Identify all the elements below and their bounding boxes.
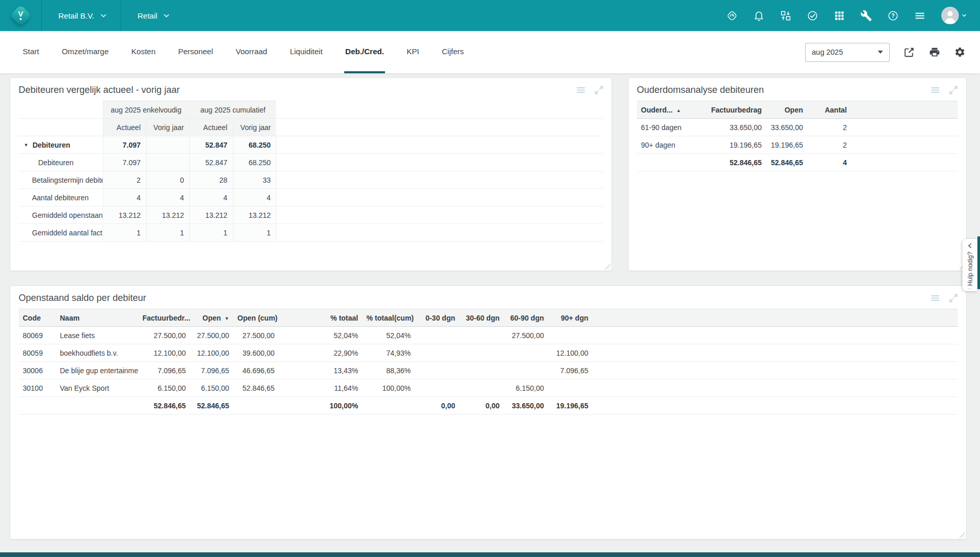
table-row[interactable]: 30006De blije gup entertainment7.096,657… [19, 362, 958, 379]
cell: 33.650,00 [766, 119, 807, 136]
tab-kpi[interactable]: KPI [406, 31, 420, 73]
table-row[interactable]: Betalingstermijn debiteure...202833 [19, 171, 603, 189]
column-header-aantal[interactable]: Aantal [807, 101, 851, 119]
panel-title: Debiteuren vergelijk actueel - vorig jaa… [19, 85, 180, 96]
column-header[interactable]: Actueel [103, 119, 146, 136]
cell: 4 [189, 189, 233, 206]
dropdown-arrow-icon [878, 51, 883, 54]
cell: boekhoudfiets b.v. [56, 344, 138, 362]
panel-expand-icon[interactable] [948, 85, 959, 96]
cell: 30100 [19, 379, 56, 397]
tools-wrench-icon[interactable] [860, 10, 872, 22]
notifications-bell-icon[interactable] [753, 10, 765, 22]
column-header-60-90[interactable]: 60-90 dgn [504, 309, 548, 327]
sort-asc-icon: ▲ [676, 108, 681, 113]
help-tab[interactable]: Hulp nodig? ... [962, 239, 977, 291]
tab-liquiditeit[interactable]: Liquiditeit [289, 31, 324, 73]
cell [459, 344, 504, 362]
tab-cijfers[interactable]: Cijfers [441, 31, 465, 73]
panel-menu-icon[interactable] [575, 85, 586, 96]
chevron-down-icon [164, 14, 169, 18]
cell: 27.500,00 [233, 327, 279, 344]
tab-deb-cred[interactable]: Deb./Cred. [344, 31, 385, 73]
column-header-code[interactable]: Code [19, 309, 56, 327]
table-row[interactable]: 80069Lease fiets27.500,0027.500,0027.500… [19, 327, 958, 344]
cell: 33.650,00 [504, 397, 548, 415]
column-header-90plus[interactable]: 90+ dgn [548, 309, 592, 327]
insights-gauge-icon[interactable] [726, 10, 738, 22]
table-row[interactable]: 30100Van Eyck Sport6.150,006.150,0052.84… [19, 379, 958, 397]
table-row[interactable]: 80059boekhoudfiets b.v.12.100,0012.100,0… [19, 344, 958, 362]
cell: ▼Debiteuren [19, 136, 103, 154]
topbar-actions: ? [726, 6, 980, 25]
table-row[interactable]: ▼Debiteuren7.09752.84768.250 [19, 136, 603, 154]
tab-personeel[interactable]: Personeel [177, 31, 214, 73]
app-logo[interactable]: V [0, 4, 41, 27]
column-header-open[interactable]: Open▼ [190, 309, 233, 327]
cell: 19.196,65 [699, 136, 766, 154]
column-header-open-cum[interactable]: Open (cum) [233, 309, 279, 327]
column-header[interactable]: Actueel [189, 119, 233, 136]
cell: 13.212 [189, 206, 233, 224]
cell: 19.196,65 [548, 397, 592, 415]
tab-omzet-marge[interactable]: Omzet/marge [61, 31, 110, 73]
resize-grip[interactable] [604, 263, 611, 269]
cell: 19.196,65 [766, 136, 807, 154]
apps-grid-icon[interactable] [833, 10, 845, 22]
column-header[interactable]: Vorig jaar [146, 119, 189, 136]
cell: Van Eyck Sport [56, 379, 138, 397]
cell: 27.500,00 [138, 327, 190, 344]
share-export-icon[interactable] [904, 46, 915, 58]
cell: 52.846,65 [699, 154, 766, 171]
panel-expand-icon[interactable] [948, 293, 959, 304]
nav-actions: aug 2025 [805, 31, 966, 73]
column-header-open[interactable]: Open [766, 101, 807, 119]
column-header-30-60[interactable]: 30-60 dgn [459, 309, 504, 327]
tab-kosten[interactable]: Kosten [131, 31, 157, 73]
cell: 68.250 [233, 154, 276, 171]
panel-expand-icon[interactable] [593, 85, 604, 96]
bottom-bar [0, 552, 980, 557]
column-header-pct-totaal[interactable]: % totaal [279, 309, 362, 327]
column-header-pct-totaal-cum[interactable]: % totaal(cum) [362, 309, 415, 327]
cell: 13,43% [279, 362, 362, 379]
table-row[interactable]: Debiteuren7.09752.84768.250 [19, 154, 603, 171]
cell [233, 397, 279, 415]
column-header-factuurbedrag[interactable]: Factuurbedrag [699, 101, 766, 119]
column-header-0-30[interactable]: 0-30 dgn [415, 309, 459, 327]
cell: 2 [807, 119, 851, 136]
dashboard-selector[interactable]: Retail [121, 0, 184, 31]
table-row[interactable]: 61-90 dagen33.650,0033.650,002 [637, 119, 958, 136]
settings-gear-icon[interactable] [954, 46, 966, 58]
panel-menu-icon[interactable] [930, 293, 941, 304]
account-menu[interactable] [941, 6, 967, 25]
company-selector[interactable]: Retail B.V. [42, 0, 121, 31]
cell: 1 [103, 224, 146, 242]
panel-ouderdomsanalyse: Ouderdomsanalyse debiteuren Ouderd...▲ F… [628, 77, 967, 271]
column-header-factuurbedrag[interactable]: Factuurbedr... [138, 309, 190, 327]
column-header-naam[interactable]: Naam [56, 309, 138, 327]
table-row[interactable]: Gemiddeld openstaand be...13.21213.21213… [19, 206, 603, 224]
column-header-ouderdom[interactable]: Ouderd...▲ [637, 101, 699, 119]
cell [146, 154, 189, 171]
help-icon[interactable]: ? [887, 10, 899, 22]
filler-cell [592, 397, 958, 415]
tasks-check-icon[interactable] [807, 10, 818, 22]
cell: 74,93% [362, 344, 415, 362]
table-row[interactable]: Aantal debiteuren4444 [19, 189, 603, 206]
table-row[interactable]: 90+ dagen19.196,6519.196,652 [637, 136, 958, 154]
cell: 68.250 [233, 136, 276, 154]
sync-transfer-icon[interactable] [780, 10, 792, 22]
period-select[interactable]: aug 2025 [805, 43, 890, 62]
table-row[interactable]: Gemiddeld aantal facturen...1111 [19, 224, 603, 242]
panel-menu-icon[interactable] [930, 85, 941, 96]
menu-hamburger-icon[interactable] [914, 10, 926, 22]
print-icon[interactable] [929, 46, 940, 58]
collapse-caret-icon[interactable]: ▼ [24, 142, 28, 148]
resize-grip[interactable] [959, 532, 965, 538]
tab-start[interactable]: Start [22, 31, 40, 73]
column-header[interactable]: Vorig jaar [233, 119, 276, 136]
cell: 52.847 [189, 154, 233, 171]
cell [56, 397, 138, 415]
tab-voorraad[interactable]: Voorraad [235, 31, 268, 73]
